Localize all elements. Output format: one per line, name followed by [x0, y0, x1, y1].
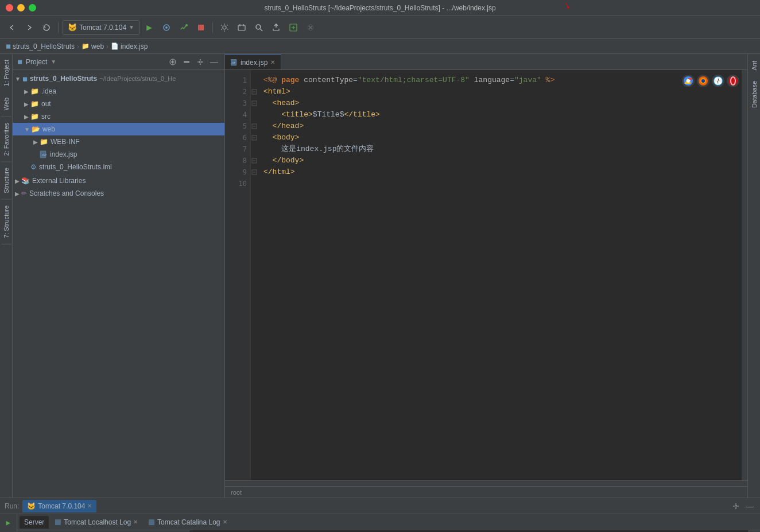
tree-item-out[interactable]: ▶ 📁 out	[13, 98, 224, 110]
sidebar-header: ◼ Project ▼ —	[13, 54, 224, 70]
maximize-button[interactable]	[29, 4, 36, 11]
tree-item-idea[interactable]: ▶ 📁 .idea	[13, 85, 224, 98]
right-vtab-database[interactable]: Database	[750, 76, 759, 112]
left-vtab-web[interactable]: Web	[1, 92, 11, 117]
browser-icons	[682, 75, 739, 87]
sidebar-collapse-btn[interactable]	[181, 56, 192, 68]
close-catalina-log-btn[interactable]: ✕	[223, 519, 227, 525]
run-play-btn[interactable]: ▶	[2, 517, 15, 529]
tree-item-scratches[interactable]: ▶ ✏ Scratches and Consoles	[13, 187, 224, 200]
svg-point-26	[199, 61, 201, 63]
close-localhost-log-btn[interactable]: ✕	[133, 519, 138, 525]
svg-line-7	[227, 29, 228, 30]
breadcrumb-root[interactable]: ◼ struts_0_HelloStruts	[6, 42, 75, 51]
coverage2-button[interactable]	[286, 20, 301, 35]
svg-line-10	[221, 25, 222, 26]
run-tabs-bar: Server Tomcat Localhost Log ✕ Tomcat Cat…	[17, 514, 760, 530]
editor-tab-indexjsp[interactable]: JSP index.jsp ✕	[225, 55, 281, 69]
editor-content[interactable]: 1 2 3 4 5 6 7 8 9 10	[225, 70, 747, 480]
run-tab-tomcat[interactable]: 🐱 Tomcat 7.0.104 ✕	[22, 500, 96, 512]
svg-rect-25	[184, 61, 189, 63]
tree-item-extlibs[interactable]: ▶ 📚 External Libraries	[13, 174, 224, 187]
debug-button[interactable]	[159, 20, 174, 35]
left-vtab-favorites[interactable]: 2: Favorites	[1, 117, 11, 162]
sidebar: ◼ Project ▼ — ▼ ◼ struts_0_Hell	[13, 54, 225, 498]
run-main: Server Tomcat Localhost Log ✕ Tomcat Cat…	[17, 514, 760, 532]
tree-item-indexjsp[interactable]: ▶ JSP index.jsp	[13, 148, 224, 161]
run-label: Run:	[5, 502, 19, 510]
run-panel-minimize-btn[interactable]: —	[744, 500, 755, 512]
update-button[interactable]	[269, 20, 284, 35]
close-tab-btn[interactable]: ✕	[270, 59, 275, 65]
stop2-button[interactable]	[303, 20, 318, 35]
safari-icon[interactable]	[712, 75, 724, 87]
code-editor[interactable]: <%@ page contentType="text/html;charset=…	[258, 70, 747, 480]
svg-point-57	[735, 505, 737, 507]
left-vtab-project[interactable]: 1: Project	[1, 54, 11, 92]
tree-item-iml[interactable]: ▶ ⚙ struts_0_HelloStruts.iml	[13, 161, 224, 173]
window-title: struts_0_HelloStruts [~/IdeaProjects/str…	[264, 4, 495, 12]
chrome-icon[interactable]	[682, 75, 695, 87]
run-subtab-catalina-log[interactable]: Tomcat Catalina Log ✕	[144, 516, 231, 529]
project-tree: ▼ ◼ struts_0_HelloStruts ~/IdeaProjects/…	[13, 70, 224, 498]
navigate-forward-button[interactable]	[22, 20, 37, 35]
right-vtabs: Ant Database	[747, 54, 760, 498]
breadcrumb-file[interactable]: 📄 index.jsp	[111, 42, 148, 51]
opera-icon[interactable]	[727, 75, 739, 87]
svg-point-2	[185, 24, 188, 26]
tree-item-root[interactable]: ▼ ◼ struts_0_HelloStruts ~/IdeaProjects/…	[13, 72, 224, 85]
run-subtab-server[interactable]: Server	[20, 516, 49, 529]
breadcrumb: ◼ struts_0_HelloStruts › 📁 web › 📄 index…	[0, 39, 760, 54]
sdk-manager-button[interactable]	[234, 20, 249, 35]
editor-hscroll[interactable]	[225, 480, 747, 486]
svg-point-1	[165, 26, 168, 29]
minimize-button[interactable]	[17, 4, 25, 11]
close-button[interactable]	[6, 4, 13, 11]
ant-button[interactable]	[217, 20, 232, 35]
svg-point-55	[728, 76, 738, 86]
run-subtab-localhost-log[interactable]: Tomcat Localhost Log ✕	[50, 516, 142, 529]
left-vtab-structure[interactable]: Structure	[1, 162, 11, 200]
toolbar-separator-2	[212, 22, 213, 33]
sidebar-minimize-btn[interactable]: —	[208, 56, 220, 68]
navigate-back-button[interactable]	[5, 20, 20, 35]
stop-button[interactable]	[193, 20, 208, 35]
tree-item-src[interactable]: ▶ 📁 src	[13, 110, 224, 123]
run-button[interactable]: ▶	[142, 20, 157, 35]
svg-point-14	[256, 25, 261, 29]
svg-text:JSP: JSP	[41, 153, 46, 157]
sidebar-title: Project	[26, 58, 47, 66]
line-numbers: 1 2 3 4 5 6 7 8 9 10	[225, 70, 251, 480]
svg-rect-11	[238, 25, 245, 30]
editor-scrollbar[interactable]	[742, 70, 747, 480]
fold-indicators	[251, 70, 258, 480]
firefox-icon[interactable]	[697, 75, 709, 87]
sidebar-settings-btn[interactable]	[195, 56, 206, 68]
svg-point-45	[687, 79, 690, 83]
tree-item-webinf[interactable]: ▶ 📁 WEB-INF	[13, 135, 224, 148]
svg-rect-3	[198, 25, 204, 30]
search-everywhere-button[interactable]	[251, 20, 266, 35]
left-vtabs: 1: Project Web 2: Favorites Structure 7:…	[0, 54, 13, 498]
svg-point-4	[223, 26, 226, 29]
svg-point-48	[701, 79, 705, 83]
breadcrumb-web[interactable]: 📁 web	[82, 42, 104, 51]
run-config-label: Tomcat 7.0.104	[79, 24, 126, 32]
run-left-toolbar: ▶	[0, 514, 17, 532]
run-panel-settings-btn[interactable]	[730, 500, 742, 512]
left-vtab-structure7[interactable]: 7: Structure	[1, 200, 11, 244]
coverage-button[interactable]	[176, 20, 191, 35]
breadcrumb-sep-1: ›	[77, 42, 79, 51]
editor-bottom-status: root	[225, 486, 747, 498]
run-config-selector[interactable]: 🐱 Tomcat 7.0.104 ▼	[63, 20, 139, 35]
sidebar-add-btn[interactable]	[167, 56, 179, 68]
title-bar: struts_0_HelloStruts [~/IdeaProjects/str…	[0, 0, 760, 16]
right-vtab-ant[interactable]: Ant	[750, 56, 759, 75]
tree-item-web[interactable]: ▼ 📂 web	[13, 123, 224, 135]
svg-line-9	[221, 29, 222, 30]
main-area: 1: Project Web 2: Favorites Structure 7:…	[0, 54, 760, 498]
run-panel-header: Run: 🐱 Tomcat 7.0.104 ✕ —	[0, 498, 760, 514]
traffic-lights	[6, 4, 36, 11]
close-run-tab-btn[interactable]: ✕	[87, 503, 92, 509]
sync-button[interactable]	[39, 20, 54, 35]
